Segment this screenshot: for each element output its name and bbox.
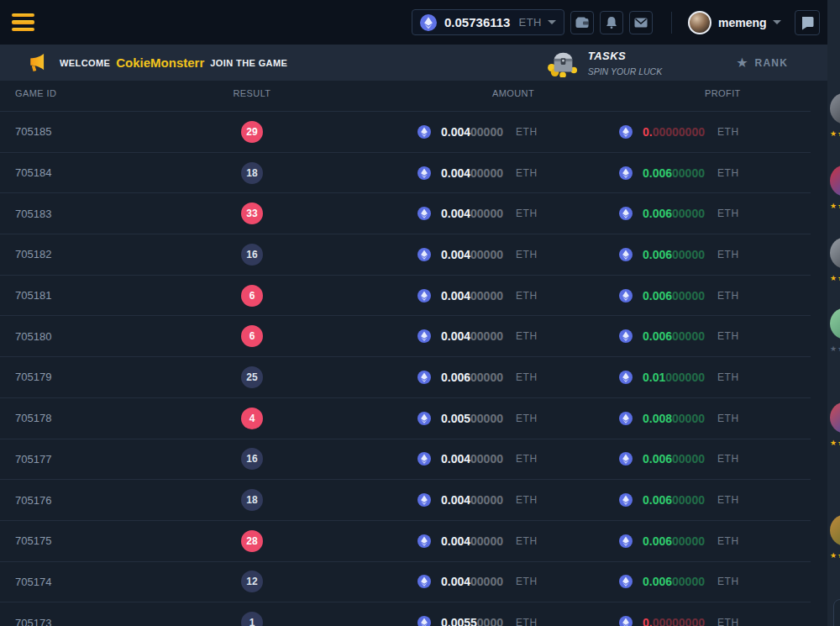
- currency-label: ETH: [516, 413, 538, 424]
- rank-button[interactable]: ★ RANK: [736, 55, 788, 71]
- eth-coin-icon: [420, 14, 437, 31]
- eth-coin-icon: [417, 371, 431, 384]
- header-amount: AMOUNT: [353, 88, 588, 103]
- profit-value: 0.006: [643, 493, 672, 507]
- game-id: 705173: [15, 617, 51, 626]
- eth-coin-icon: [417, 248, 431, 261]
- amount-value-group: 0.00400000: [441, 452, 516, 466]
- bell-icon: [604, 15, 619, 30]
- profit-zeros: 00000: [672, 412, 705, 425]
- profit-zeros: 00000000: [653, 616, 705, 626]
- eth-coin-icon: [619, 412, 633, 425]
- table-body: 705185 29 0.00400000 ETH 0.00000000 ETH …: [0, 112, 827, 626]
- user-menu[interactable]: memeng: [688, 11, 781, 34]
- welcome-username: CokieMonsterr: [116, 55, 204, 70]
- currency-label: ETH: [717, 249, 739, 260]
- topbar-divider: [671, 12, 672, 34]
- eth-coin-icon: [619, 616, 633, 626]
- result-badge: 4: [241, 408, 263, 429]
- rank-label: RANK: [755, 57, 788, 69]
- currency-label: ETH: [516, 371, 538, 383]
- table-row[interactable]: 705180 6 0.00400000 ETH 0.00600000 ETH: [0, 316, 811, 357]
- profit-zeros: 00000: [672, 207, 705, 220]
- game-id: 705175: [15, 534, 51, 547]
- currency-label: ETH: [516, 494, 538, 506]
- currency-label: ETH: [717, 413, 739, 424]
- profit-value-group: 0.00600000: [643, 329, 717, 343]
- eth-coin-icon: [417, 616, 431, 626]
- chat-message-item: ★★★: [830, 237, 840, 282]
- profit-value: 0.006: [643, 534, 672, 548]
- header-game-id: GAME ID: [0, 88, 151, 103]
- result-badge: 6: [241, 325, 263, 347]
- table-row[interactable]: 705179 25 0.00600000 ETH 0.01000000 ETH: [0, 357, 811, 398]
- amount-value: 0.004: [441, 534, 470, 548]
- table-row[interactable]: 705183 33 0.00400000 ETH 0.00600000 ETH: [0, 193, 811, 234]
- table-row[interactable]: 705176 18 0.00400000 ETH 0.00600000 ETH: [0, 480, 811, 521]
- profit-value-group: 0.00600000: [643, 575, 717, 588]
- result-badge: 16: [241, 244, 263, 266]
- avatar[interactable]: [830, 308, 840, 339]
- result-badge: 29: [241, 121, 263, 143]
- game-id: 705180: [15, 330, 51, 343]
- notifications-button[interactable]: [600, 11, 623, 34]
- amount-value: 0.004: [441, 166, 470, 180]
- currency-label: ETH: [516, 576, 538, 587]
- profit-zeros: 00000: [672, 493, 705, 507]
- profit-value: 0.006: [643, 575, 672, 588]
- table-row[interactable]: 705178 4 0.00500000 ETH 0.00800000 ETH: [0, 398, 811, 439]
- tasks-button[interactable]: TASKS SPIN YOUR LUCK: [546, 48, 663, 78]
- chat-input[interactable]: [833, 599, 840, 626]
- chat-message-item: ★★★: [830, 402, 840, 447]
- hamburger-menu-icon[interactable]: [12, 13, 34, 32]
- avatar[interactable]: [830, 237, 840, 269]
- balance-selector[interactable]: 0.05736113 ETH: [412, 9, 564, 35]
- amount-value-group: 0.00400000: [441, 125, 516, 139]
- avatar[interactable]: [830, 165, 840, 197]
- amount-value-group: 0.00400000: [441, 493, 516, 507]
- result-badge: 18: [241, 489, 263, 511]
- games-table: GAME ID RESULT AMOUNT PROFIT 705185 29 0…: [0, 81, 827, 626]
- result-badge: 16: [241, 448, 263, 470]
- chat-bubble-icon: [799, 14, 816, 31]
- eth-coin-icon: [417, 575, 431, 588]
- result-badge: 1: [241, 612, 263, 626]
- wallet-button[interactable]: [570, 11, 594, 34]
- table-row[interactable]: 705175 28 0.00400000 ETH 0.00600000 ETH: [0, 521, 811, 562]
- amount-value: 0.004: [441, 125, 470, 139]
- eth-coin-icon: [417, 329, 431, 343]
- avatar[interactable]: [830, 92, 840, 124]
- table-row[interactable]: 705184 18 0.00400000 ETH 0.00600000 ETH: [0, 153, 811, 194]
- table-row[interactable]: 705182 16 0.00400000 ETH 0.00600000 ETH: [0, 234, 811, 276]
- avatar[interactable]: [830, 402, 840, 434]
- username: memeng: [718, 16, 767, 29]
- currency-label: ETH: [717, 208, 739, 219]
- chat-toggle-button[interactable]: [795, 10, 820, 35]
- amount-zeros: 00000: [470, 493, 503, 507]
- result-badge: 6: [241, 285, 263, 307]
- table-row[interactable]: 705181 6 0.00400000 ETH 0.00600000 ETH: [0, 276, 811, 317]
- currency-label: ETH: [516, 249, 538, 260]
- amount-value: 0.004: [441, 289, 470, 302]
- table-row[interactable]: 705177 16 0.00400000 ETH 0.00600000 ETH: [0, 439, 811, 481]
- amount-value: 0.004: [441, 493, 470, 507]
- result-badge: 33: [241, 203, 263, 224]
- currency-label: ETH: [717, 617, 739, 626]
- game-id: 705174: [15, 576, 51, 588]
- avatar[interactable]: [830, 514, 840, 546]
- megaphone-icon: [25, 53, 46, 72]
- table-row[interactable]: 705173 1 0.00550000 ETH 0.00000000 ETH: [0, 602, 811, 626]
- amount-value: 0.004: [441, 329, 470, 343]
- table-row[interactable]: 705185 29 0.00400000 ETH 0.00000000 ETH: [0, 112, 811, 153]
- welcome-prefix: WELCOME: [60, 58, 110, 68]
- chevron-down-icon: [548, 20, 556, 24]
- profit-value-group: 0.00600000: [643, 534, 717, 548]
- table-row[interactable]: 705174 12 0.00400000 ETH 0.00600000 ETH: [0, 562, 811, 603]
- profit-zeros: 00000: [672, 575, 705, 588]
- game-id: 705179: [15, 371, 51, 383]
- eth-coin-icon: [619, 534, 633, 548]
- currency-label: ETH: [516, 290, 538, 302]
- chevron-down-icon: [773, 20, 781, 24]
- profit-value-group: 0.00600000: [643, 452, 717, 466]
- messages-button[interactable]: [629, 11, 653, 34]
